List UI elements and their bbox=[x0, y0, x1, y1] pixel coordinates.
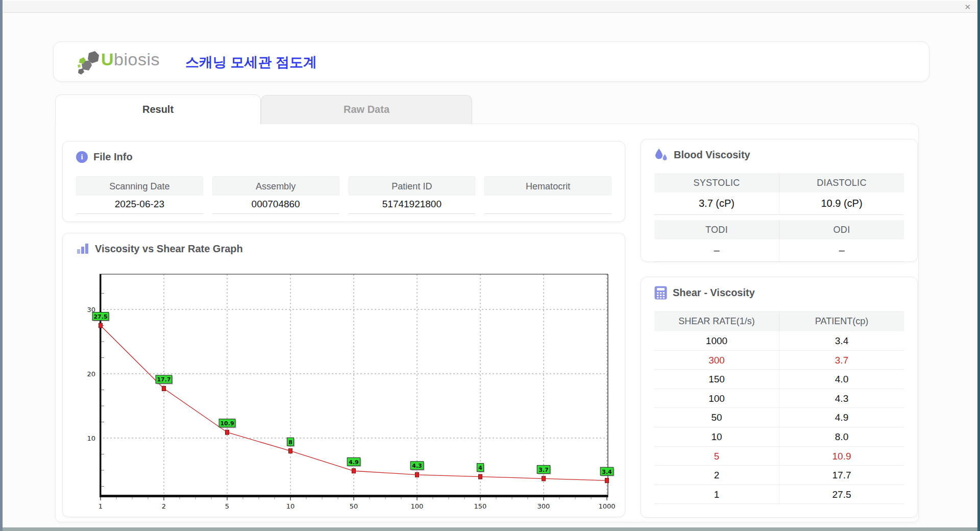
field-value: 2025-06-23 bbox=[76, 196, 203, 214]
svg-text:10.9: 10.9 bbox=[220, 420, 234, 427]
svg-text:3.7: 3.7 bbox=[538, 467, 549, 473]
shear-rate-cell: 1000 bbox=[654, 331, 779, 350]
svg-text:100: 100 bbox=[411, 502, 424, 510]
field-label: Assembly bbox=[212, 176, 339, 196]
blood-header-cell: ODI bbox=[779, 220, 904, 239]
field-label: Hematocrit bbox=[484, 176, 611, 196]
shear-table-row: 10003.4 bbox=[654, 331, 904, 351]
window-close-button[interactable]: ✕ bbox=[964, 2, 971, 12]
field-value bbox=[484, 196, 611, 214]
patient-viscosity-cell: 4.3 bbox=[779, 389, 904, 408]
patient-viscosity-cell: 4.0 bbox=[779, 370, 904, 389]
blood-value-cell: – bbox=[654, 239, 779, 262]
shear-table-row: 1504.0 bbox=[654, 370, 904, 389]
blood-value-row: –– bbox=[654, 239, 904, 262]
blood-header-cell: SYSTOLIC bbox=[654, 173, 779, 192]
shear-table-row: 1004.3 bbox=[654, 389, 904, 408]
ubiosis-logo-icon bbox=[78, 50, 101, 75]
file-info-title: File Info bbox=[93, 151, 133, 163]
shear-rate-cell: 5 bbox=[654, 447, 779, 466]
calculator-icon bbox=[654, 286, 667, 300]
shear-table-header: SHEAR RATE(1/s)PATIENT(cp) bbox=[654, 311, 904, 331]
svg-text:4.3: 4.3 bbox=[412, 463, 422, 469]
logo-text: Ubiosis bbox=[101, 50, 160, 69]
svg-text:17.7: 17.7 bbox=[157, 376, 170, 383]
droplets-icon bbox=[654, 148, 668, 162]
desktop-edge-bottom bbox=[3, 527, 977, 531]
file-info-card: i File Info Scanning Date2025-06-23Assem… bbox=[62, 141, 625, 222]
desktop-edge-right bbox=[977, 0, 980, 531]
svg-text:10: 10 bbox=[87, 435, 95, 442]
svg-text:27.5: 27.5 bbox=[93, 313, 107, 320]
shear-rate-cell: 150 bbox=[654, 370, 779, 389]
svg-text:50: 50 bbox=[350, 502, 358, 510]
patient-viscosity-cell: 8.0 bbox=[779, 427, 904, 446]
shear-rate-cell: 300 bbox=[654, 351, 779, 370]
shear-column-header: SHEAR RATE(1/s) bbox=[654, 311, 779, 331]
shear-table-row: 3003.7 bbox=[654, 351, 904, 370]
blood-header-cell: DIASTOLIC bbox=[779, 173, 904, 192]
svg-text:1: 1 bbox=[99, 502, 103, 510]
field-value: 51741921800 bbox=[349, 196, 476, 214]
shear-viscosity-card: Shear - Viscosity SHEAR RATE(1/s)PATIENT… bbox=[641, 277, 918, 518]
patient-viscosity-cell: 3.7 bbox=[779, 351, 904, 370]
patient-viscosity-cell: 27.5 bbox=[779, 485, 904, 504]
tab-result[interactable]: Result bbox=[55, 94, 261, 124]
desktop-edge-left bbox=[0, 0, 3, 531]
svg-text:150: 150 bbox=[474, 502, 487, 510]
shear-column-header: PATIENT(cp) bbox=[779, 311, 904, 331]
svg-text:5: 5 bbox=[225, 502, 229, 510]
shear-rate-cell: 2 bbox=[654, 466, 779, 485]
svg-text:10: 10 bbox=[286, 502, 295, 510]
blood-viscosity-table: SYSTOLICDIASTOLIC3.7 (cP)10.9 (cP)TODIOD… bbox=[654, 173, 904, 262]
svg-text:300: 300 bbox=[537, 502, 550, 510]
shear-rate-cell: 1 bbox=[654, 485, 779, 504]
svg-text:4.9: 4.9 bbox=[349, 459, 359, 466]
blood-value-row: 3.7 (cP)10.9 (cP) bbox=[654, 192, 904, 215]
shear-viscosity-table: SHEAR RATE(1/s)PATIENT(cp)10003.43003.71… bbox=[654, 311, 904, 504]
svg-text:2: 2 bbox=[162, 502, 166, 510]
app-title: 스캐닝 모세관 점도계 bbox=[185, 53, 317, 71]
file-info-field: Assembly000704860 bbox=[212, 176, 339, 214]
shear-viscosity-title: Shear - Viscosity bbox=[673, 287, 755, 299]
shear-table-row: 510.9 bbox=[654, 447, 904, 466]
blood-viscosity-card: Blood Viscosity SYSTOLICDIASTOLIC3.7 (cP… bbox=[641, 139, 918, 262]
patient-viscosity-cell: 3.4 bbox=[779, 331, 904, 350]
blood-viscosity-title: Blood Viscosity bbox=[674, 149, 750, 161]
field-label: Scanning Date bbox=[76, 176, 203, 196]
shear-rate-cell: 10 bbox=[654, 427, 779, 446]
svg-text:8: 8 bbox=[288, 439, 292, 446]
field-label: Patient ID bbox=[349, 176, 476, 196]
patient-viscosity-cell: 17.7 bbox=[779, 466, 904, 485]
logo: Ubiosis bbox=[78, 49, 195, 75]
shear-rate-cell: 100 bbox=[654, 389, 779, 408]
viscosity-chart: 1020301251050100150300100027.517.710.984… bbox=[63, 233, 626, 518]
file-info-field: Patient ID51741921800 bbox=[349, 176, 476, 214]
blood-header-row: SYSTOLICDIASTOLIC bbox=[654, 173, 904, 192]
shear-table-row: 217.7 bbox=[654, 466, 904, 485]
window-titlebar: ✕ bbox=[3, 1, 977, 13]
patient-viscosity-cell: 10.9 bbox=[779, 447, 904, 466]
blood-value-cell: 10.9 (cP) bbox=[779, 192, 904, 215]
shear-rate-cell: 50 bbox=[654, 408, 779, 427]
blood-value-cell: – bbox=[779, 239, 904, 262]
svg-text:20: 20 bbox=[87, 370, 95, 378]
shear-table-row: 127.5 bbox=[654, 485, 904, 504]
file-info-field: Hematocrit bbox=[484, 176, 611, 214]
svg-text:4: 4 bbox=[478, 465, 482, 471]
graph-card: Viscosity vs Shear Rate Graph 1020301251… bbox=[62, 233, 625, 517]
patient-viscosity-cell: 4.9 bbox=[779, 408, 904, 427]
file-info-field: Scanning Date2025-06-23 bbox=[76, 176, 203, 214]
shear-table-row: 108.0 bbox=[654, 427, 904, 447]
blood-value-cell: 3.7 (cP) bbox=[654, 192, 779, 215]
blood-header-cell: TODI bbox=[654, 220, 779, 239]
info-icon: i bbox=[76, 151, 88, 163]
svg-text:1000: 1000 bbox=[598, 502, 615, 510]
field-value: 000704860 bbox=[212, 196, 339, 214]
svg-text:3.4: 3.4 bbox=[602, 469, 612, 475]
tab-raw-data[interactable]: Raw Data bbox=[261, 95, 472, 124]
blood-header-row: TODIODI bbox=[654, 220, 904, 239]
file-info-fields: Scanning Date2025-06-23Assembly000704860… bbox=[76, 176, 611, 214]
shear-table-row: 504.9 bbox=[654, 408, 904, 427]
